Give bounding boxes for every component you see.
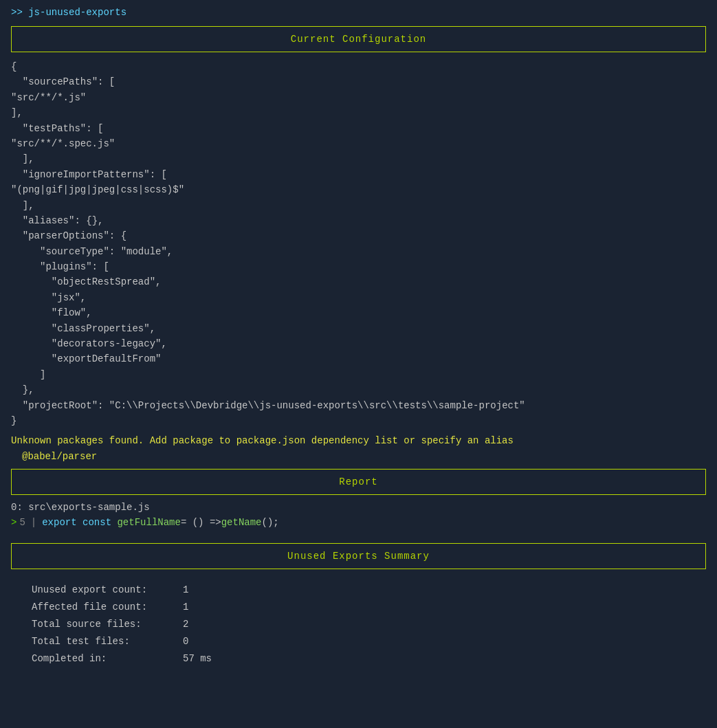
json-source-type: "sourceType": "module", — [11, 244, 706, 259]
summary-box: Unused Exports Summary — [11, 543, 706, 569]
json-content: { "sourcePaths": [ "src/**/*.js" ], "tes… — [11, 59, 706, 428]
json-plugin4: "classProperties", — [11, 321, 706, 336]
summary-unused-export-value: 1 — [183, 582, 188, 599]
code-prompt: > — [11, 514, 16, 531]
json-plugin6: "exportDefaultFrom" — [11, 351, 706, 366]
code-pipe: | — [31, 514, 36, 531]
code-export-kw: export — [42, 514, 76, 531]
code-semicolon: (); — [262, 514, 279, 531]
summary-completed-in: Completed in: 57 ms — [11, 650, 706, 668]
warning-line1: Unknown packages found. Add package to p… — [11, 434, 706, 448]
json-plugins-key: "plugins": [ — [11, 259, 706, 274]
summary-total-source-value: 2 — [183, 616, 188, 633]
json-open-brace: { — [11, 59, 706, 74]
json-close-brace: } — [11, 413, 706, 428]
summary-completed-in-label: Completed in: — [32, 650, 183, 668]
warning-container: Unknown packages found. Add package to p… — [11, 434, 706, 462]
code-line: > 5 | export const getFullName = () => g… — [11, 514, 706, 531]
summary-unused-export: Unused export count: 1 — [11, 582, 706, 599]
json-test-paths-key: "testPaths": [ — [11, 121, 706, 136]
warning-line2: @babel/parser — [22, 451, 706, 462]
summary-total-test-value: 0 — [183, 633, 188, 650]
terminal-title: >> js-unused-exports — [11, 7, 706, 18]
summary-total-test-label: Total test files: — [32, 633, 183, 650]
code-get-name: getName — [221, 514, 262, 531]
json-aliases: "aliases": {}, — [11, 213, 706, 228]
code-fn-name: getFullName — [117, 514, 180, 531]
report-box-label: Report — [19, 476, 698, 487]
summary-affected-file-value: 1 — [183, 599, 188, 616]
json-source-paths-close: ], — [11, 105, 706, 120]
summary-total-source: Total source files: 2 — [11, 616, 706, 633]
report-box: Report — [11, 469, 706, 495]
summary-unused-export-label: Unused export count: — [32, 582, 183, 599]
json-ignore-patterns-key: "ignoreImportPatterns": [ — [11, 167, 706, 182]
json-plugins-close: ] — [11, 367, 706, 382]
json-parser-options-key: "parserOptions": { — [11, 228, 706, 243]
json-plugin1: "objectRestSpread", — [11, 274, 706, 289]
summary-total-source-label: Total source files: — [32, 616, 183, 633]
json-plugin5: "decorators-legacy", — [11, 336, 706, 351]
code-space1 — [77, 514, 82, 531]
report-file-line: 0: src\exports-sample.js — [11, 502, 706, 513]
json-test-paths-close: ], — [11, 151, 706, 166]
summary-total-test: Total test files: 0 — [11, 633, 706, 650]
json-source-paths-key: "sourcePaths": [ — [11, 74, 706, 89]
code-arrow: = () => — [181, 514, 221, 531]
config-box: Current Configuration — [11, 26, 706, 52]
code-space2 — [111, 514, 117, 531]
summary-box-label: Unused Exports Summary — [19, 551, 698, 562]
json-source-paths-value: "src/**/*.js" — [11, 90, 706, 105]
code-line-number: 5 — [19, 514, 25, 531]
code-const-kw: const — [82, 514, 111, 531]
json-project-root: "projectRoot": "C:\\Projects\\Devbridge\… — [11, 398, 706, 413]
terminal-container: >> js-unused-exports Current Configurati… — [11, 7, 706, 668]
json-test-paths-value: "src/**/*.spec.js" — [11, 136, 706, 151]
json-ignore-patterns-value: "(png|gif|jpg|jpeg|css|scss)$" — [11, 182, 706, 197]
summary-affected-file-label: Affected file count: — [32, 599, 183, 616]
json-parser-options-close: }, — [11, 382, 706, 397]
summary-affected-file: Affected file count: 1 — [11, 599, 706, 616]
json-plugin2: "jsx", — [11, 290, 706, 305]
json-ignore-patterns-close: ], — [11, 198, 706, 213]
json-plugin3: "flow", — [11, 305, 706, 320]
summary-content: Unused export count: 1 Affected file cou… — [11, 576, 706, 668]
summary-completed-in-value: 57 ms — [183, 650, 212, 668]
config-box-label: Current Configuration — [19, 34, 698, 45]
